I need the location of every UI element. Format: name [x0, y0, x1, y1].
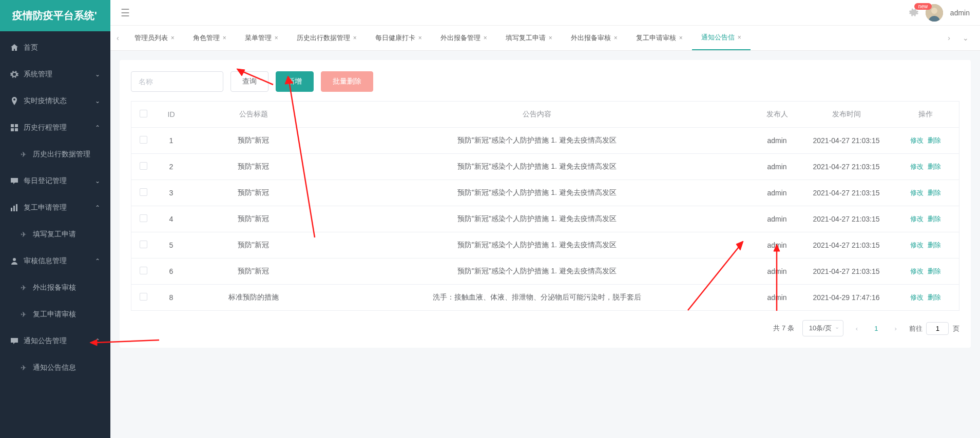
total-text: 共 7 条 [773, 324, 794, 333]
tab-scroll-right[interactable]: › [941, 28, 956, 48]
query-button[interactable]: 查询 [230, 71, 268, 92]
tab-scroll-left[interactable]: ‹ [110, 28, 125, 48]
delete-link[interactable]: 删除 [928, 215, 941, 223]
delete-link[interactable]: 删除 [928, 267, 941, 275]
close-icon[interactable]: × [275, 34, 278, 42]
gear-icon [10, 70, 18, 78]
sidebar-subitem-history-data[interactable]: ✈ 历史出行数据管理 [0, 141, 110, 168]
sidebar-item-audit[interactable]: 审核信息管理 ⌃ [0, 248, 110, 274]
tab-label: 外出报备管理 [440, 33, 481, 43]
tab-item[interactable]: 角色管理× [184, 26, 236, 50]
tab-item[interactable]: 外出报备审核× [562, 26, 627, 50]
close-icon[interactable]: × [223, 34, 226, 42]
close-icon[interactable]: × [679, 34, 683, 42]
send-icon: ✈ [21, 284, 28, 292]
edit-link[interactable]: 修改 [910, 163, 924, 170]
tab-label: 角色管理 [193, 33, 220, 43]
app-title: 疫情防疫平台系统' [0, 0, 110, 31]
sidebar-item-label: 通知公告管理 [24, 336, 67, 346]
search-input[interactable] [131, 71, 223, 92]
tab-item[interactable]: 复工申请审核× [627, 26, 692, 50]
table-row: 3预防"新冠预防"新冠"感染个人防护措施 1. 避免去疫情高发区admin202… [131, 180, 959, 206]
settings-button[interactable]: new [909, 7, 918, 18]
chevron-up-icon: ⌃ [95, 257, 100, 265]
close-icon[interactable]: × [418, 34, 422, 42]
close-icon[interactable]: × [484, 34, 487, 42]
tab-item[interactable]: 填写复工申请× [496, 26, 562, 50]
close-icon[interactable]: × [549, 34, 552, 42]
close-icon[interactable]: × [738, 34, 741, 41]
row-checkbox[interactable] [140, 293, 147, 301]
username[interactable]: admin [950, 9, 970, 17]
sidebar-item-resume[interactable]: 复工申请管理 ⌃ [0, 194, 110, 221]
row-checkbox[interactable] [140, 162, 147, 170]
tab-item[interactable]: 历史出行数据管理× [287, 26, 366, 50]
tab-label: 管理员列表 [134, 33, 168, 43]
sidebar-subitem-fill-resume[interactable]: ✈ 填写复工申请 [0, 221, 110, 248]
close-icon[interactable]: × [614, 34, 618, 42]
sidebar-item-home[interactable]: 首页 [0, 34, 110, 61]
sidebar-item-history[interactable]: 历史行程管理 ⌃ [0, 114, 110, 141]
th-content: 公告内容 [320, 102, 754, 128]
edit-link[interactable]: 修改 [910, 189, 924, 196]
edit-link[interactable]: 修改 [910, 215, 924, 223]
tab-item[interactable]: 通知公告信× [692, 26, 751, 50]
row-checkbox[interactable] [140, 136, 147, 144]
sidebar-item-notice[interactable]: 通知公告管理 ⌃ [0, 328, 110, 354]
cell-content: 预防"新冠"感染个人防护措施 1. 避免去疫情高发区 [320, 154, 754, 180]
edit-link[interactable]: 修改 [910, 241, 924, 249]
sidebar-subitem-label: 通知公告信息 [33, 363, 76, 372]
delete-link[interactable]: 删除 [928, 136, 941, 144]
cell-id: 6 [156, 258, 187, 285]
sidebar-subitem-resume-audit[interactable]: ✈ 复工申请审核 [0, 301, 110, 328]
add-button[interactable]: 新增 [276, 71, 314, 92]
hamburger-icon[interactable]: ☰ [121, 7, 130, 19]
send-icon: ✈ [21, 150, 28, 158]
goto-input[interactable] [926, 322, 949, 335]
sidebar-subitem-out-audit[interactable]: ✈ 外出报备审核 [0, 274, 110, 301]
svg-rect-6 [16, 204, 17, 211]
cell-id: 8 [156, 285, 187, 311]
row-checkbox[interactable] [140, 241, 147, 248]
edit-link[interactable]: 修改 [910, 136, 924, 144]
chat-icon [10, 177, 18, 185]
next-page-button[interactable]: › [890, 323, 900, 334]
delete-link[interactable]: 删除 [928, 293, 941, 301]
table-row: 5预防"新冠预防"新冠"感染个人防护措施 1. 避免去疫情高发区admin202… [131, 232, 959, 258]
chevron-down-icon: ⌄ [95, 97, 100, 105]
tab-item[interactable]: 管理员列表× [125, 26, 184, 50]
batch-delete-button[interactable]: 批量删除 [321, 71, 373, 92]
sidebar-item-daily[interactable]: 每日登记管理 ⌄ [0, 168, 110, 194]
sidebar-subitem-notice-info[interactable]: ✈ 通知公告信息 [0, 354, 110, 381]
delete-link[interactable]: 删除 [928, 241, 941, 249]
close-icon[interactable]: × [171, 34, 175, 42]
cell-title: 预防"新冠 [187, 128, 320, 154]
edit-link[interactable]: 修改 [910, 267, 924, 275]
chevron-up-icon: ⌃ [95, 204, 100, 211]
select-all-checkbox[interactable] [140, 110, 147, 117]
sidebar-item-realtime[interactable]: 实时疫情状态 ⌄ [0, 88, 110, 114]
tabs-dropdown[interactable]: ⌄ [956, 28, 975, 48]
row-checkbox[interactable] [140, 188, 147, 196]
svg-rect-1 [15, 124, 18, 127]
close-icon[interactable]: × [353, 34, 357, 42]
row-checkbox[interactable] [140, 214, 147, 222]
row-checkbox[interactable] [140, 267, 147, 274]
tab-item[interactable]: 外出报备管理× [431, 26, 496, 50]
tab-item[interactable]: 菜单管理× [236, 26, 287, 50]
tab-item[interactable]: 每日健康打卡× [366, 26, 431, 50]
delete-link[interactable]: 删除 [928, 189, 941, 196]
cell-title: 预防"新冠 [187, 258, 320, 285]
svg-rect-0 [11, 124, 14, 127]
delete-link[interactable]: 删除 [928, 163, 941, 170]
sidebar-item-system[interactable]: 系统管理 ⌄ [0, 61, 110, 88]
send-icon: ✈ [21, 310, 28, 318]
sidebar-item-label: 每日登记管理 [24, 176, 67, 186]
page-size-select[interactable]: 10条/页 ⌄ [802, 320, 843, 336]
prev-page-button[interactable]: ‹ [852, 323, 862, 334]
tab-label: 历史出行数据管理 [297, 33, 350, 43]
page-number[interactable]: 1 [870, 323, 882, 334]
tab-label: 通知公告信 [701, 33, 735, 42]
edit-link[interactable]: 修改 [910, 293, 924, 301]
cell-time: 2021-04-27 21:03:15 [800, 206, 893, 232]
